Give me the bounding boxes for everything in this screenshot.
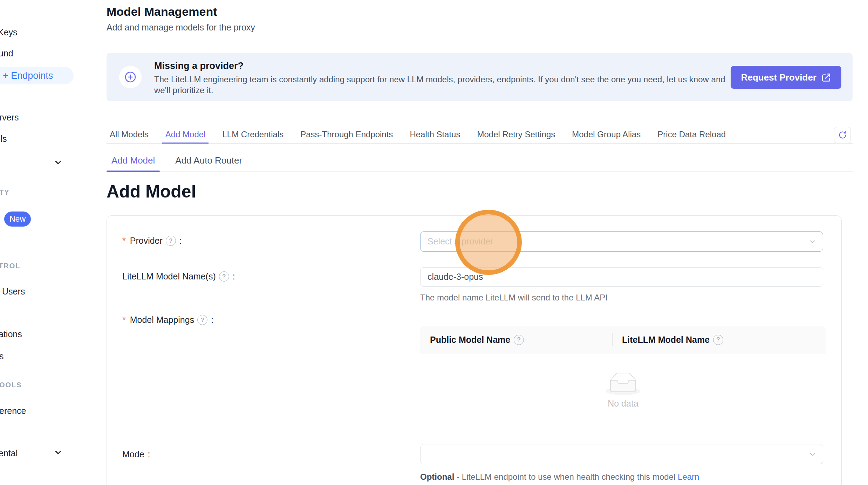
help-icon[interactable]: ?	[514, 335, 524, 345]
sidebar-item-label: + Endpoints	[3, 70, 53, 81]
label-colon: :	[233, 271, 235, 282]
sidebar-section-label: TY	[0, 188, 10, 196]
external-link-icon	[821, 73, 831, 82]
model-mappings-table: Public Model Name ? LiteLLM Model Name ?	[420, 326, 826, 427]
model-name-helper: The model name LiteLLM will send to the …	[420, 293, 608, 303]
tab-health-status[interactable]: Health Status	[406, 125, 463, 143]
mode-helper: Optional - LiteLLM endpoint to use when …	[420, 472, 699, 482]
model-name-label-text: LiteLLM Model Name(s)	[122, 271, 216, 282]
sidebar-item-teams[interactable]: s	[0, 351, 4, 361]
empty-box-icon	[606, 373, 641, 395]
tab-llm-credentials[interactable]: LLM Credentials	[219, 125, 287, 143]
label-colon: :	[211, 315, 213, 325]
request-provider-label: Request Provider	[741, 72, 816, 83]
column-label: Public Model Name	[430, 335, 510, 345]
chevron-down-icon	[808, 450, 816, 458]
required-marker: *	[122, 236, 126, 246]
help-icon[interactable]: ?	[219, 271, 229, 282]
mode-label: Mode :	[122, 449, 150, 459]
tab-pass-through-endpoints[interactable]: Pass-Through Endpoints	[297, 125, 396, 143]
label-colon: :	[179, 236, 182, 246]
model-name-label: LiteLLM Model Name(s) ? :	[122, 271, 235, 282]
tab-add-model[interactable]: Add Model	[162, 125, 209, 143]
refresh-button[interactable]	[834, 127, 851, 143]
tab-model-group-alias[interactable]: Model Group Alias	[569, 125, 644, 143]
model-mappings-label-text: Model Mappings	[130, 315, 194, 325]
add-model-subtabs: Add Model Add Auto Router	[107, 150, 853, 172]
click-indicator	[455, 210, 522, 275]
sidebar-item-guardrails[interactable]: ils	[0, 134, 7, 144]
page-title: Model Management	[107, 5, 217, 19]
sidebar-item-inference[interactable]: erence	[0, 406, 26, 416]
table-header-row: Public Model Name ? LiteLLM Model Name ?	[420, 326, 826, 354]
chevron-down-icon[interactable]	[53, 158, 63, 167]
column-public-model-name: Public Model Name ?	[420, 326, 612, 354]
sidebar-item-experimental[interactable]: ental	[0, 448, 18, 458]
sidebar-item-keys[interactable]: Keys	[0, 27, 18, 37]
mode-select[interactable]	[420, 444, 823, 464]
sidebar-item-organizations[interactable]: ations	[0, 329, 22, 339]
add-model-heading: Add Model	[107, 181, 196, 202]
provider-label-text: Provider	[130, 236, 163, 246]
banner-body: The LiteLLM engineering team is constant…	[154, 74, 736, 96]
model-tabs: All Models Add Model LLM Credentials Pas…	[107, 125, 853, 144]
table-empty-state: No data	[420, 354, 826, 427]
label-colon: :	[148, 449, 150, 459]
subtab-add-model[interactable]: Add Model	[107, 150, 160, 171]
banner-title: Missing a provider?	[154, 61, 244, 71]
tab-model-retry-settings[interactable]: Model Retry Settings	[474, 125, 558, 143]
sidebar-item-internal-users[interactable]: Users	[2, 286, 25, 297]
page-subtitle: Add and manage models for the proxy	[107, 22, 255, 33]
plus-circle-icon	[119, 66, 142, 88]
help-icon[interactable]: ?	[713, 335, 723, 345]
help-icon[interactable]: ?	[197, 315, 207, 325]
tab-all-models[interactable]: All Models	[107, 125, 152, 143]
request-provider-button[interactable]: Request Provider	[731, 66, 841, 89]
provider-label: * Provider ? :	[122, 236, 182, 246]
refresh-icon	[838, 131, 847, 139]
missing-provider-banner: Missing a provider? The LiteLLM engineer…	[107, 53, 853, 101]
subtab-add-auto-router[interactable]: Add Auto Router	[170, 150, 247, 171]
chevron-down-icon[interactable]	[53, 448, 63, 457]
mode-label-text: Mode	[122, 449, 144, 459]
column-litellm-model-name: LiteLLM Model Name ?	[612, 326, 826, 354]
new-badge[interactable]: New	[4, 212, 31, 227]
sidebar-item-mcp-servers[interactable]: rvers	[0, 112, 19, 123]
help-icon[interactable]: ?	[166, 236, 176, 246]
tab-price-data-reload[interactable]: Price Data Reload	[654, 125, 729, 143]
sidebar-section-tools: OOLS	[0, 381, 22, 389]
no-data-text: No data	[608, 399, 638, 409]
learn-more-link[interactable]: Learn	[678, 472, 699, 481]
chevron-down-icon	[808, 238, 816, 246]
sidebar-item-models-endpoints[interactable]: + Endpoints	[0, 67, 74, 84]
sidebar-section-access-control: TROL	[0, 262, 20, 270]
model-mappings-label: * Model Mappings ? :	[122, 315, 213, 325]
mode-helper-prefix: Optional	[420, 472, 454, 481]
mode-helper-text: - LiteLLM endpoint to use when health ch…	[457, 472, 675, 481]
litellm-admin-page: Keys und + Endpoints rvers ils TY New TR…	[0, 0, 868, 485]
required-marker: *	[122, 315, 126, 325]
sidebar-item-playground[interactable]: und	[0, 48, 13, 58]
column-label: LiteLLM Model Name	[622, 335, 710, 345]
